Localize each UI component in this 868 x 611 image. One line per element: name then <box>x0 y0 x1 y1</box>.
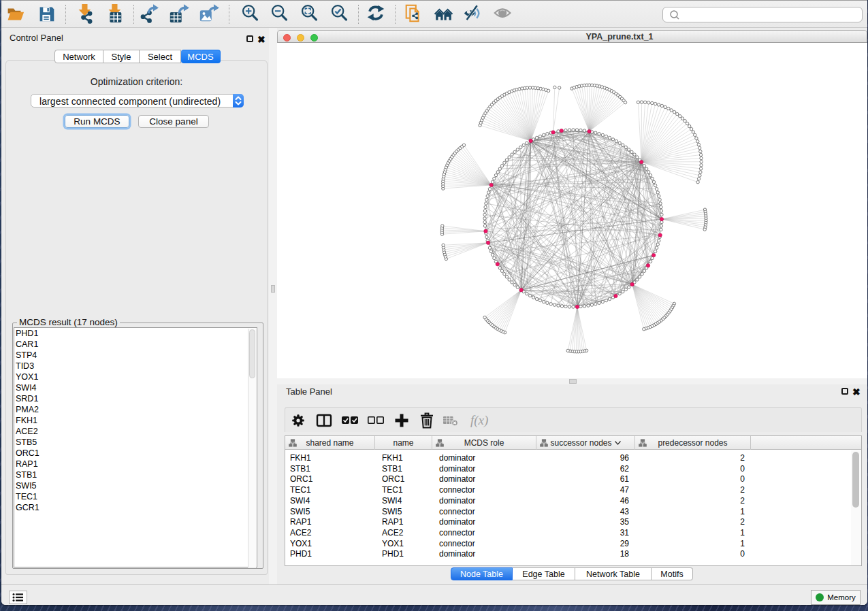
svg-text:f(x): f(x) <box>470 413 488 428</box>
